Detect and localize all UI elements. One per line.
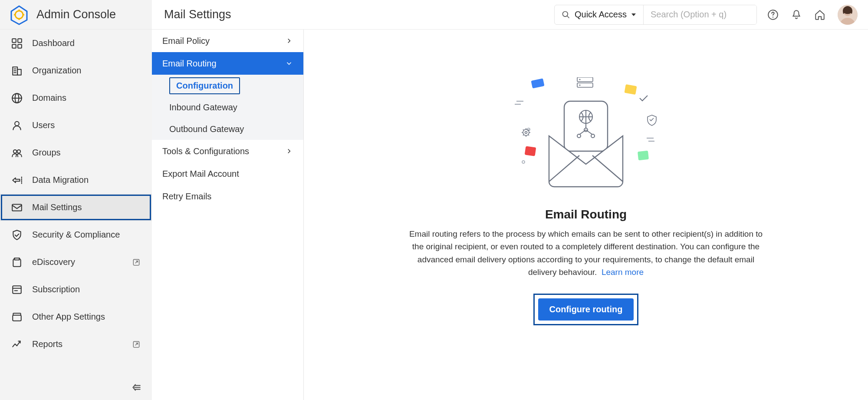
sidebar-item-domains[interactable]: Domains: [0, 84, 152, 112]
globe-icon: [11, 93, 23, 104]
dashboard-icon: [11, 38, 23, 49]
external-icon: [132, 258, 141, 267]
sidebar-item-reports[interactable]: Reports: [0, 331, 152, 358]
svg-rect-30: [624, 84, 637, 95]
sidebar-item-mail-settings[interactable]: Mail Settings: [0, 194, 152, 221]
page-title: Mail Settings: [152, 8, 231, 21]
sidebar-item-subscription[interactable]: Subscription: [0, 276, 152, 303]
svg-point-36: [525, 132, 527, 134]
svg-rect-7: [12, 39, 16, 43]
svg-rect-10: [18, 44, 22, 48]
shield-icon: [11, 229, 23, 241]
sidebar-item-organization[interactable]: Organization: [0, 57, 152, 84]
submenu-item-email-routing[interactable]: Email Routing: [152, 52, 303, 75]
caret-down-icon: [631, 12, 636, 17]
svg-rect-12: [17, 69, 21, 75]
svg-point-39: [579, 79, 581, 80]
home-icon[interactable]: [814, 9, 825, 20]
main-heading: Email Routing: [545, 208, 627, 221]
chevron-right-icon: [285, 147, 293, 155]
app-logo-icon: [9, 4, 30, 25]
sidebar-item-label: Subscription: [32, 284, 80, 294]
learn-more-link[interactable]: Learn more: [602, 268, 644, 277]
sidebar-item-groups[interactable]: Groups: [0, 139, 152, 166]
svg-rect-32: [638, 151, 649, 160]
svg-point-19: [15, 121, 19, 126]
submenu-item-label: Email Policy: [162, 36, 210, 46]
svg-rect-27: [13, 315, 21, 321]
submenu-item-label: Email Routing: [162, 59, 217, 69]
svg-rect-9: [12, 44, 16, 48]
submenu-subitem-label: Inbound Gateway: [169, 102, 237, 112]
submenu-item-tools-configurations[interactable]: Tools & Configurations: [152, 140, 303, 162]
submenu-item-retry-emails[interactable]: Retry Emails: [152, 185, 303, 208]
subscription-icon: [11, 284, 23, 295]
submenu-item-email-policy[interactable]: Email Policy: [152, 30, 303, 52]
apps-icon: [11, 311, 23, 323]
collapse-sidebar-icon[interactable]: [130, 382, 141, 393]
sidebar-item-security-compliance[interactable]: Security & Compliance: [0, 221, 152, 248]
main-body: Email routing refers to the process by w…: [408, 228, 764, 279]
submenu-item-label: Export Mail Account: [162, 169, 239, 179]
email-routing-illustration: [503, 77, 668, 190]
external-icon: [132, 340, 141, 349]
reports-icon: [11, 339, 23, 350]
svg-point-20: [13, 149, 17, 153]
svg-point-40: [579, 85, 581, 86]
svg-line-2: [567, 16, 569, 18]
submenu-subitem-label: Configuration: [169, 77, 240, 94]
cta-highlight: Configure routing: [533, 294, 639, 325]
sidebar-item-ediscovery[interactable]: eDiscovery: [0, 248, 152, 276]
configure-routing-button[interactable]: Configure routing: [538, 298, 634, 321]
submenu: Email PolicyEmail RoutingConfigurationIn…: [152, 30, 304, 400]
submenu-subitem-label: Outbound Gateway: [169, 124, 244, 134]
svg-rect-29: [531, 78, 544, 88]
app-title: Admin Console: [36, 8, 116, 21]
submenu-item-export-mail-account[interactable]: Export Mail Account: [152, 162, 303, 185]
svg-point-0: [15, 11, 23, 19]
sidebar-item-dashboard[interactable]: Dashboard: [0, 30, 152, 57]
sidebar-item-label: Organization: [32, 66, 81, 76]
sidebar-item-other-app-settings[interactable]: Other App Settings: [0, 303, 152, 331]
quick-access-dropdown[interactable]: Quick Access: [555, 5, 644, 24]
sidebar-item-label: Groups: [32, 148, 61, 158]
quick-access-label: Quick Access: [575, 10, 627, 20]
search-icon: [562, 10, 570, 19]
help-icon[interactable]: [767, 9, 779, 20]
svg-point-35: [523, 129, 529, 136]
bell-icon[interactable]: [791, 9, 802, 20]
submenu-subitem-outbound-gateway[interactable]: Outbound Gateway: [152, 118, 303, 140]
svg-point-4: [773, 17, 773, 17]
migration-icon: [11, 175, 23, 186]
chevron-right-icon: [285, 37, 293, 45]
svg-point-33: [522, 161, 525, 163]
chevron-down-icon: [285, 60, 293, 67]
svg-rect-8: [18, 39, 22, 43]
submenu-subitem-configuration[interactable]: Configuration: [152, 75, 303, 96]
svg-rect-24: [13, 286, 21, 293]
submenu-subitem-inbound-gateway[interactable]: Inbound Gateway: [152, 96, 303, 118]
sidebar: DashboardOrganizationDomainsUsersGroupsD…: [0, 30, 152, 400]
sidebar-item-label: Domains: [32, 93, 66, 103]
sidebar-item-label: eDiscovery: [32, 257, 75, 267]
sidebar-item-data-migration[interactable]: Data Migration: [0, 166, 152, 194]
avatar[interactable]: [838, 5, 858, 25]
sidebar-item-label: Reports: [32, 339, 62, 349]
svg-point-1: [562, 11, 568, 17]
mail-icon: [11, 202, 23, 213]
ediscovery-icon: [11, 257, 23, 268]
submenu-item-label: Tools & Configurations: [162, 146, 249, 156]
quick-access-box: Quick Access: [554, 5, 757, 25]
svg-rect-22: [12, 204, 22, 211]
sidebar-item-users[interactable]: Users: [0, 112, 152, 139]
sidebar-item-label: Other App Settings: [32, 312, 105, 322]
submenu-item-label: Retry Emails: [162, 192, 211, 202]
user-icon: [11, 120, 23, 131]
main-content: Email Routing Email routing refers to th…: [304, 30, 868, 400]
search-input[interactable]: [644, 5, 756, 24]
sidebar-item-label: Dashboard: [32, 38, 75, 48]
org-icon: [11, 65, 23, 76]
groups-icon: [11, 147, 23, 159]
svg-point-21: [17, 149, 21, 153]
sidebar-item-label: Users: [32, 120, 55, 130]
